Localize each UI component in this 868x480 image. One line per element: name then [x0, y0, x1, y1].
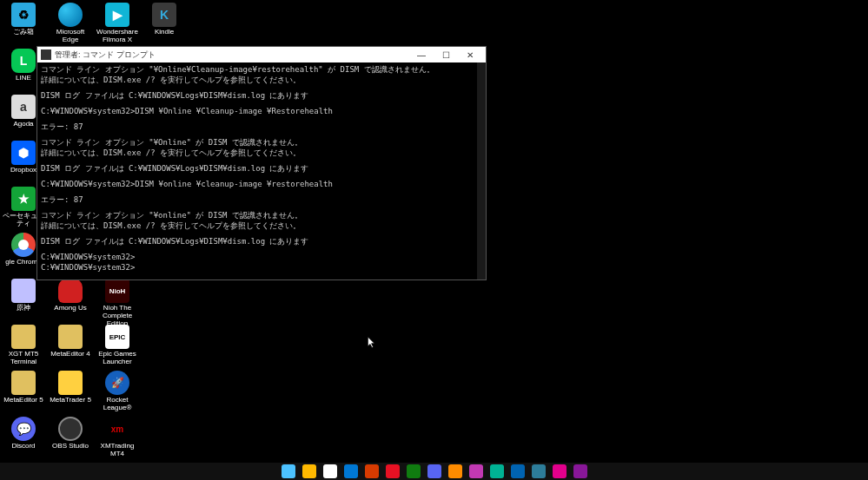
terminal-line: 詳細については、DISM.exe /? を実行してヘルプを参照してください。	[41, 75, 474, 85]
desktop-icon-label: Rocket League®	[95, 396, 140, 411]
taskbar-app-icon[interactable]	[344, 464, 358, 478]
desktop-icon-label: XGT MT5 Terminal	[9, 350, 39, 365]
dropbox-icon: ⬢	[11, 141, 36, 165]
amongus-icon	[58, 279, 83, 303]
mouse-cursor-icon	[368, 337, 376, 349]
filmora-icon: ▶	[105, 3, 129, 27]
desktop-icon-label: LINE	[16, 74, 31, 82]
desktop-icon-label: MetaTrader 5	[50, 396, 91, 404]
terminal-line: C:¥WINDOWS¥system32>	[41, 262, 474, 273]
desktop-icon-amongus[interactable]: Among Us	[47, 276, 94, 322]
kindle-icon: K	[152, 3, 176, 27]
nioh-icon: NioH	[105, 279, 129, 303]
security-icon: ★	[11, 187, 36, 211]
metaeditor5-icon	[11, 371, 36, 395]
edge-icon	[58, 3, 83, 27]
desktop-icon-label: Microsoft Edge	[48, 28, 93, 43]
scrollbar-thumb[interactable]	[477, 62, 486, 78]
desktop-icon-label: ごみ箱	[13, 28, 34, 36]
recycle-bin-icon: ♻	[11, 3, 36, 27]
desktop-icon-label: MetaEditor 4	[50, 350, 89, 358]
close-button[interactable]: ✕	[458, 47, 482, 62]
desktop-icon-label: 原神	[17, 304, 30, 312]
desktop-icon-label: OBS Studio	[52, 442, 89, 450]
desktop-icon-label: Agoda	[13, 120, 33, 128]
terminal-output[interactable]: コマンド ライン オプション "¥Online¥Cleanup-image¥re…	[37, 62, 486, 279]
epic-icon: EPIC	[105, 325, 129, 349]
obs-icon	[58, 417, 83, 441]
desktop-icon-metaeditor5[interactable]: MetaEditor 5	[0, 368, 47, 414]
xm-icon: xm	[105, 417, 129, 441]
terminal-line: 詳細については、DISM.exe /? を実行してヘルプを参照してください。	[41, 148, 474, 158]
desktop-icon-rocketleague[interactable]: 🚀Rocket League®	[94, 368, 141, 414]
taskbar-app-icon[interactable]	[407, 464, 421, 478]
taskbar-app-icon[interactable]	[302, 464, 316, 478]
command-prompt-window[interactable]: 管理者: コマンド プロンプト — ☐ ✕ コマンド ライン オプション "¥O…	[36, 46, 487, 280]
taskbar-app-icon[interactable]	[490, 464, 504, 478]
desktop-icon-edge[interactable]: Microsoft Edge	[47, 0, 94, 46]
desktop-icon-metatrader5[interactable]: MetaTrader 5	[47, 368, 94, 414]
maximize-button[interactable]: ☐	[434, 47, 458, 62]
terminal-line: C:¥WINDOWS¥system32>DISM ¥Online ¥Cleanu…	[41, 106, 474, 116]
desktop-icon-nioh[interactable]: NioHNioh The Complete Edition	[94, 276, 141, 322]
taskbar-app-icon[interactable]	[365, 464, 379, 478]
taskbar-app-icon[interactable]	[573, 464, 587, 478]
taskbar-app-icon[interactable]	[323, 464, 337, 478]
metaeditor4-icon	[58, 325, 83, 349]
taskbar-app-icon[interactable]	[553, 464, 567, 478]
chrome-icon	[11, 233, 36, 257]
terminal-line: 詳細については、DISM.exe /? を実行してヘルプを参照してください。	[41, 220, 474, 231]
taskbar-app-icon[interactable]	[427, 464, 441, 478]
desktop-icon-label: XMTrading MT4	[95, 442, 140, 457]
rocketleague-icon: 🚀	[105, 371, 129, 395]
cmd-icon	[41, 49, 51, 60]
titlebar[interactable]: 管理者: コマンド プロンプト — ☐ ✕	[37, 47, 486, 62]
terminal-line: エラー: 87	[41, 194, 474, 205]
agoda-icon: a	[11, 95, 36, 119]
desktop-icon-metaeditor4[interactable]: MetaEditor 4	[47, 322, 94, 368]
desktop-icon-mt5term[interactable]: XGT MT5 Terminal	[0, 322, 47, 368]
taskbar-app-icon[interactable]	[448, 464, 462, 478]
window-title: 管理者: コマンド プロンプト	[55, 49, 409, 61]
desktop-icon-obs[interactable]: OBS Studio	[47, 414, 94, 460]
taskbar-app-icon[interactable]	[532, 464, 546, 478]
terminal-line: コマンド ライン オプション "¥online" が DISM で認識されません…	[41, 210, 474, 220]
taskbar-app-icon[interactable]	[511, 464, 525, 478]
desktop-icon-kindle[interactable]: KKindle	[141, 0, 188, 46]
terminal-line: エラー: 87	[41, 122, 474, 132]
mt5term-icon	[11, 325, 36, 349]
genshin-icon	[11, 279, 36, 303]
line-icon: L	[11, 49, 36, 73]
terminal-line: コマンド ライン オプション "¥Online" が DISM で認識されません…	[41, 137, 474, 148]
desktop[interactable]: ♻ごみ箱LLINEaAgoda⬢Dropbox★ペーセキュリティgle Chro…	[0, 0, 868, 480]
terminal-line: DISM ログ ファイルは C:¥WINDOWS¥Logs¥DISM¥dism.…	[41, 90, 474, 101]
desktop-icon-epic[interactable]: EPICEpic Games Launcher	[94, 322, 141, 368]
taskbar-app-icon[interactable]	[469, 464, 483, 478]
discord-icon: 💬	[11, 417, 36, 441]
desktop-icon-discord[interactable]: 💬Discord	[0, 414, 47, 460]
desktop-icon-label: Dropbox	[10, 166, 36, 174]
desktop-icon-genshin[interactable]: 原神	[0, 276, 47, 322]
terminal-line: C:¥WINDOWS¥system32>DISM ¥online ¥cleanu…	[41, 179, 474, 189]
taskbar-app-icon[interactable]	[282, 464, 295, 478]
terminal-line: コマンド ライン オプション "¥Online¥Cleanup-image¥re…	[41, 64, 474, 75]
desktop-icon-label: MetaEditor 5	[3, 396, 43, 404]
terminal-line: DISM ログ ファイルは C:¥WINDOWS¥Logs¥DISM¥dism.…	[41, 236, 474, 247]
desktop-icon-label: Discord	[11, 442, 35, 450]
minimize-button[interactable]: —	[409, 47, 434, 62]
taskbar-app-icon[interactable]	[386, 464, 400, 478]
desktop-icon-label: Among Us	[54, 304, 86, 312]
desktop-icon-label: Epic Games Launcher	[98, 350, 136, 365]
desktop-icon-label: Kindle	[155, 28, 174, 36]
terminal-line: C:¥WINDOWS¥system32>	[41, 252, 474, 262]
terminal-line: DISM ログ ファイルは C:¥WINDOWS¥Logs¥DISM¥dism.…	[41, 163, 474, 174]
desktop-icon-xm[interactable]: xmXMTrading MT4	[94, 414, 141, 460]
taskbar[interactable]	[0, 463, 868, 480]
desktop-icon-filmora[interactable]: ▶Wondershare Filmora X	[94, 0, 141, 46]
desktop-icon-label: Wondershare Filmora X	[96, 28, 138, 43]
desktop-icon-recycle-bin[interactable]: ♻ごみ箱	[0, 0, 47, 46]
metatrader5-icon	[58, 371, 83, 395]
